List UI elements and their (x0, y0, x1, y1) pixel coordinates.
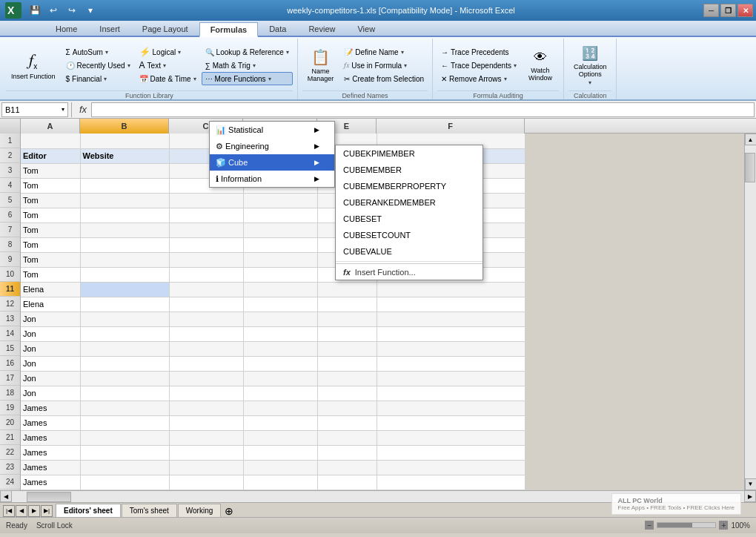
cell-F22[interactable] (377, 445, 525, 460)
cell-C23[interactable] (169, 460, 243, 475)
cell-B15[interactable] (80, 341, 169, 356)
menu-item-information[interactable]: ℹ Information ▶ (210, 171, 334, 187)
cell-D23[interactable] (243, 460, 317, 475)
cell-E20[interactable] (317, 415, 377, 430)
cell-A5[interactable]: Tom (21, 193, 80, 208)
cell-B8[interactable] (80, 237, 169, 252)
cell-F24[interactable] (377, 475, 525, 490)
cell-A6[interactable]: Tom (21, 208, 80, 223)
cube-item-kpimember[interactable]: CUBEKPIMEMBER (336, 145, 483, 162)
use-in-formula-button[interactable]: 𝑓𝑥 Use in Formula ▾ (340, 59, 428, 72)
save-button[interactable]: 💾 (27, 3, 43, 18)
create-from-selection-button[interactable]: ✂ Create from Selection (340, 72, 428, 85)
insert-function-button[interactable]: 𝑓x Insert Function (6, 43, 61, 88)
cell-D6[interactable] (243, 208, 317, 223)
tab-home[interactable]: Home (44, 21, 88, 36)
cell-A18[interactable]: Jon (21, 386, 80, 401)
cell-B17[interactable] (80, 371, 169, 386)
cell-D12[interactable] (243, 297, 317, 312)
cell-F12[interactable] (377, 297, 525, 312)
tab-insert[interactable]: Insert (88, 21, 131, 36)
cell-A14[interactable]: Jon (21, 326, 80, 341)
cell-A17[interactable]: Jon (21, 371, 80, 386)
vertical-scrollbar[interactable]: ▲ ▼ (744, 134, 756, 490)
cell-A8[interactable]: Tom (21, 237, 80, 252)
cell-E16[interactable] (317, 356, 377, 371)
cell-C5[interactable] (169, 193, 243, 208)
cell-B3[interactable] (80, 163, 169, 178)
cell-E23[interactable] (317, 460, 377, 475)
cell-C17[interactable] (169, 371, 243, 386)
cell-C18[interactable] (169, 386, 243, 401)
logical-dropdown-arrow[interactable]: ▾ (178, 49, 181, 56)
cell-B6[interactable] (80, 208, 169, 223)
define-name-button[interactable]: 📝 Define Name ▾ (340, 45, 428, 59)
more-functions-button[interactable]: ⋯ More Functions ▾ (202, 72, 293, 85)
sheet-first-button[interactable]: |◀ (3, 505, 15, 517)
insert-function-menu-item[interactable]: fx Insert Function... (336, 263, 483, 280)
cell-D9[interactable] (243, 252, 317, 267)
cell-A22[interactable]: James (21, 445, 80, 460)
row-num-6[interactable]: 6 (0, 208, 20, 223)
cell-C24[interactable] (169, 475, 243, 490)
cube-item-value[interactable]: CUBEVALUE (336, 243, 483, 260)
cell-B20[interactable] (80, 415, 169, 430)
cell-A21[interactable]: James (21, 430, 80, 445)
tab-formulas[interactable]: Formulas (199, 22, 259, 37)
cell-B10[interactable] (80, 267, 169, 282)
cell-D24[interactable] (243, 475, 317, 490)
cell-F15[interactable] (377, 341, 525, 356)
menu-item-cube[interactable]: 🧊 Cube ▶ (210, 154, 334, 171)
cell-C6[interactable] (169, 208, 243, 223)
cell-F23[interactable] (377, 460, 525, 475)
cube-item-set[interactable]: CUBESET (336, 211, 483, 227)
cell-F13[interactable] (377, 312, 525, 326)
cell-E17[interactable] (317, 371, 377, 386)
cell-B9[interactable] (80, 252, 169, 267)
cube-item-setcount[interactable]: CUBESETCOUNT (336, 227, 483, 243)
cell-B1[interactable] (80, 134, 169, 148)
cell-D21[interactable] (243, 430, 317, 445)
cell-A15[interactable]: Jon (21, 341, 80, 356)
sheet-tab-tom[interactable]: Tom's sheet (122, 504, 177, 517)
scroll-up-button[interactable]: ▲ (745, 134, 757, 145)
use-dropdown-arrow[interactable]: ▾ (404, 62, 407, 69)
tab-review[interactable]: Review (297, 21, 346, 36)
cube-item-rankedmember[interactable]: CUBERANKEDMEMBER (336, 194, 483, 211)
trace-precedents-button[interactable]: → Trace Precedents (437, 45, 520, 59)
name-manager-button[interactable]: 📋 NameManager (302, 43, 339, 88)
cell-A19[interactable]: James (21, 401, 80, 415)
cell-E19[interactable] (317, 401, 377, 415)
cell-D16[interactable] (243, 356, 317, 371)
scroll-down-button[interactable]: ▼ (745, 478, 757, 490)
autosum-dropdown-arrow[interactable]: ▾ (105, 49, 108, 56)
cell-C8[interactable] (169, 237, 243, 252)
lookup-dropdown-arrow[interactable]: ▾ (286, 49, 289, 56)
cell-B24[interactable] (80, 475, 169, 490)
zoom-out-button[interactable]: − (645, 521, 654, 530)
formula-input[interactable] (91, 102, 755, 117)
cell-E21[interactable] (317, 430, 377, 445)
zoom-slider[interactable] (657, 522, 716, 528)
cell-C20[interactable] (169, 415, 243, 430)
cell-A11[interactable]: Elena (21, 282, 80, 297)
row-num-24[interactable]: 24 (0, 475, 20, 490)
row-num-8[interactable]: 8 (0, 237, 20, 252)
cell-B13[interactable] (80, 312, 169, 326)
cell-E18[interactable] (317, 386, 377, 401)
scroll-right-button[interactable]: ▶ (744, 490, 756, 502)
cell-A9[interactable]: Tom (21, 252, 80, 267)
row-num-19[interactable]: 19 (0, 401, 20, 415)
cell-C16[interactable] (169, 356, 243, 371)
sheet-next-button[interactable]: ▶ (28, 505, 40, 517)
math-trig-button[interactable]: ∑ Math & Trig ▾ (202, 59, 293, 72)
cell-F17[interactable] (377, 371, 525, 386)
row-num-9[interactable]: 9 (0, 252, 20, 267)
cell-C13[interactable] (169, 312, 243, 326)
redo-button[interactable]: ↪ (64, 3, 80, 18)
cell-B22[interactable] (80, 445, 169, 460)
h-scroll-thumb[interactable] (27, 492, 71, 502)
scroll-thumb[interactable] (745, 153, 755, 182)
cell-E12[interactable] (317, 297, 377, 312)
cell-D15[interactable] (243, 341, 317, 356)
